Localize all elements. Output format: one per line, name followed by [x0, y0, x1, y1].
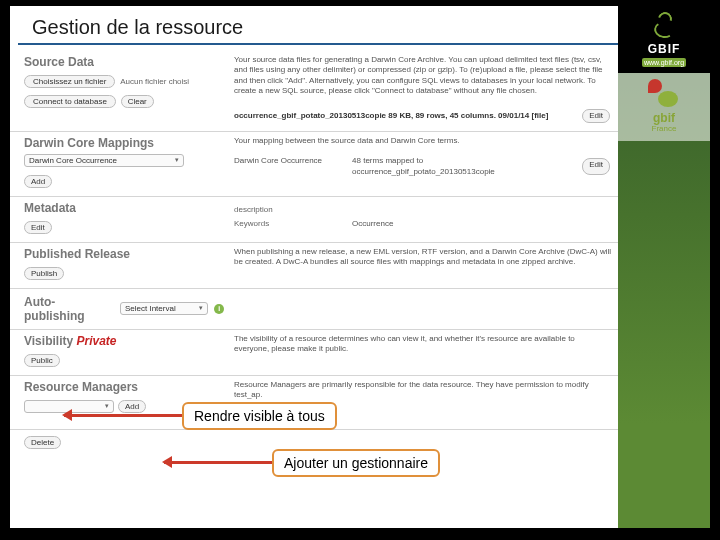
- visibility-desc: The visibility of a resource determines …: [234, 334, 612, 355]
- metadata-keywords-value: Occurrence: [352, 219, 393, 229]
- gbif-swirl-icon: [650, 12, 678, 40]
- source-data-desc: Your source data files for generating a …: [234, 55, 612, 97]
- publish-button[interactable]: Publish: [24, 267, 64, 280]
- visibility-status: Private: [76, 334, 116, 348]
- autopub-heading: Auto-publishing: [24, 295, 114, 323]
- metadata-keywords-label: Keywords: [234, 219, 344, 229]
- managers-add-button[interactable]: Add: [118, 400, 146, 413]
- dwc-select[interactable]: Darwin Core Occurrence: [24, 154, 184, 167]
- dwc-edit-button[interactable]: Edit: [582, 158, 610, 175]
- source-edit-button[interactable]: Edit: [582, 109, 610, 123]
- choose-file-button[interactable]: Choisissez un fichier: [24, 75, 115, 88]
- managers-heading: Resource Managers: [24, 380, 224, 394]
- info-icon[interactable]: i: [214, 304, 224, 314]
- section-dwc-mappings: Darwin Core Mappings Darwin Core Occurre…: [10, 131, 626, 196]
- section-auto-publishing: Auto-publishing Select Interval i: [10, 288, 626, 329]
- gbif-fr-sub: France: [622, 124, 706, 133]
- gbif-logo: GBIF www.gbif.org: [618, 6, 710, 73]
- managers-desc: Resource Managers are primarily responsi…: [234, 380, 612, 401]
- dwc-desc: Your mapping between the source data and…: [234, 136, 612, 146]
- gbif-fr-text: gbif: [653, 111, 675, 125]
- section-source-data: Source Data Choisissez un fichier Aucun …: [10, 51, 626, 131]
- gbif-france-logo: gbif France: [618, 73, 710, 141]
- dwc-mapped-label: Darwin Core Occurrence: [234, 156, 322, 177]
- arrow-visibility: [64, 414, 184, 417]
- connect-db-button[interactable]: Connect to database: [24, 95, 116, 108]
- metadata-heading: Metadata: [24, 201, 224, 215]
- page-title: Gestion de la ressource: [18, 6, 618, 45]
- gbif-text: GBIF: [622, 42, 706, 56]
- callout-visibility: Rendre visible à tous: [182, 402, 337, 430]
- metadata-desc-label: description: [234, 205, 344, 215]
- dwc-add-button[interactable]: Add: [24, 175, 52, 188]
- gbif-url: www.gbif.org: [642, 58, 686, 67]
- dwc-heading: Darwin Core Mappings: [24, 136, 224, 150]
- autopub-select[interactable]: Select Interval: [120, 302, 208, 315]
- section-published: Published Release Publish When publishin…: [10, 242, 626, 288]
- no-file-label: Aucun fichier choisi: [120, 77, 189, 86]
- arrow-managers: [164, 461, 274, 464]
- published-heading: Published Release: [24, 247, 224, 261]
- section-metadata: Metadata Edit description Keywords Occur…: [10, 196, 626, 242]
- delete-button[interactable]: Delete: [24, 436, 61, 449]
- metadata-edit-button[interactable]: Edit: [24, 221, 52, 234]
- callout-managers: Ajouter un gestionnaire: [272, 449, 440, 477]
- source-file-info: occurrence_gbif_potato_20130513copie 89 …: [234, 111, 548, 121]
- source-data-heading: Source Data: [24, 55, 224, 69]
- visibility-public-button[interactable]: Public: [24, 354, 60, 367]
- section-visibility: Visibility Private Public The visibility…: [10, 329, 626, 375]
- clear-button[interactable]: Clear: [121, 95, 154, 108]
- dwc-mapped-info: 48 terms mapped to occurrence_gbif_potat…: [352, 156, 532, 177]
- published-desc: When publishing a new release, a new EML…: [234, 247, 612, 268]
- sidebar: GBIF www.gbif.org gbif France: [618, 6, 710, 528]
- visibility-heading: Visibility Private: [24, 334, 224, 348]
- gbif-fr-icon: [644, 79, 684, 109]
